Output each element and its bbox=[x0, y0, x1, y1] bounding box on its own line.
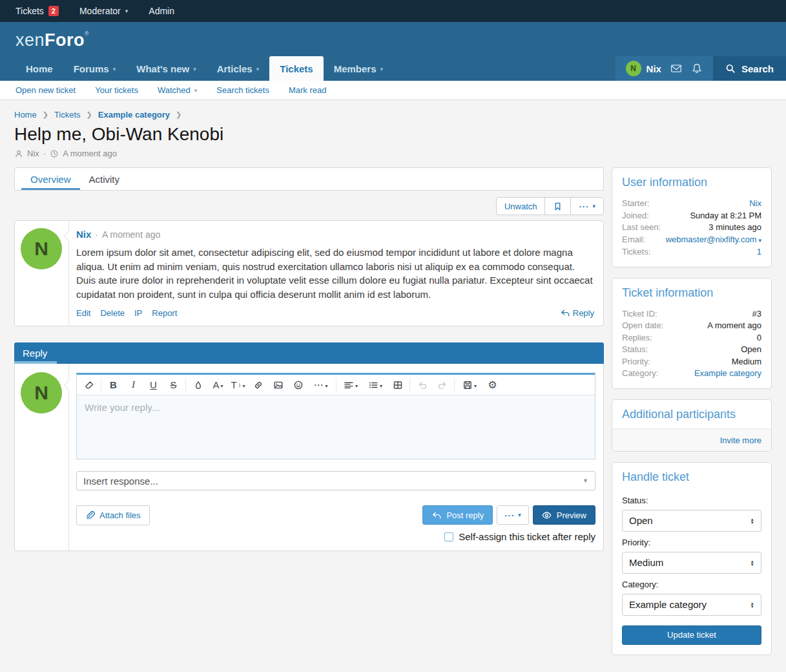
email-link[interactable]: webmaster@nixfifty.com▾ bbox=[666, 235, 761, 244]
self-assign-label: Self-assign this ticket after reply bbox=[459, 531, 595, 542]
reply-textarea[interactable]: Write your reply... bbox=[77, 395, 595, 459]
post-edit-link[interactable]: Edit bbox=[76, 308, 90, 318]
tab-activity[interactable]: Activity bbox=[80, 168, 129, 190]
dot-separator: · bbox=[95, 229, 98, 240]
subnav-mark-read[interactable]: Mark read bbox=[289, 85, 327, 95]
tickets-count-link[interactable]: 1 bbox=[757, 247, 761, 257]
subnav-watched[interactable]: Watched▾ bbox=[158, 85, 197, 95]
inbox-button[interactable] bbox=[670, 63, 682, 74]
starter-link[interactable]: Nix bbox=[749, 198, 761, 208]
insert-link-button[interactable] bbox=[248, 375, 268, 395]
avatar[interactable]: N bbox=[626, 61, 641, 76]
subnav-open-new-ticket[interactable]: Open new ticket bbox=[16, 85, 76, 95]
post-message: Lorem ipsum dolor sit amet, consectetur … bbox=[76, 246, 594, 301]
bold-button[interactable]: B bbox=[103, 375, 123, 395]
post-delete-link[interactable]: Delete bbox=[100, 308, 125, 318]
updown-arrow-icon: ↕ bbox=[238, 381, 242, 388]
caret-down-icon: ▾ bbox=[758, 237, 761, 244]
block-title: Handle ticket bbox=[612, 463, 771, 488]
insert-image-button[interactable] bbox=[268, 375, 288, 395]
person-icon bbox=[14, 149, 23, 158]
strikethrough-button[interactable]: S bbox=[163, 375, 183, 395]
avatar[interactable]: N bbox=[21, 228, 62, 269]
toolbar-moderator-label: Moderator bbox=[79, 6, 121, 16]
unwatch-button[interactable]: Unwatch bbox=[496, 197, 546, 215]
eraser-icon bbox=[84, 380, 94, 390]
breadcrumb-tickets[interactable]: Tickets bbox=[54, 110, 81, 120]
thread-timestamp: A moment ago bbox=[63, 149, 117, 158]
insert-table-button[interactable] bbox=[388, 375, 408, 395]
post-ip-link[interactable]: IP bbox=[134, 308, 142, 318]
undo-button[interactable] bbox=[412, 375, 432, 395]
logo-foro: Foro bbox=[45, 30, 85, 50]
italic-button[interactable]: I bbox=[123, 375, 143, 395]
participants-footer: Invite more bbox=[612, 428, 771, 451]
reply-more-button[interactable]: ··· ▾ bbox=[497, 505, 529, 525]
nav-members[interactable]: Members▾ bbox=[324, 56, 393, 81]
toolbar-moderator[interactable]: Moderator ▾ bbox=[79, 6, 128, 16]
nav-whats-new[interactable]: What's new▾ bbox=[126, 56, 206, 81]
subnav-your-tickets[interactable]: Your tickets bbox=[95, 85, 138, 95]
bell-icon bbox=[691, 63, 703, 74]
list-button[interactable]: ▾ bbox=[363, 375, 388, 395]
post-author-link[interactable]: Nix bbox=[76, 229, 91, 240]
smilies-button[interactable] bbox=[288, 375, 308, 395]
redo-button[interactable] bbox=[432, 375, 452, 395]
subnav-search-tickets[interactable]: Search tickets bbox=[216, 85, 269, 95]
text-color-button[interactable] bbox=[188, 375, 208, 395]
preview-button[interactable]: Preview bbox=[533, 505, 595, 525]
user-info-row: Last seen: 3 minutes ago bbox=[622, 222, 761, 234]
toolbar-admin-label: Admin bbox=[149, 6, 174, 16]
alignment-button[interactable]: ▾ bbox=[338, 375, 363, 395]
alerts-button[interactable] bbox=[691, 63, 703, 74]
reply-arrow-icon bbox=[560, 308, 570, 318]
post-timestamp[interactable]: A moment ago bbox=[102, 229, 160, 240]
breadcrumb-home[interactable]: Home bbox=[14, 110, 37, 120]
xenforo-logo[interactable]: xenForo® bbox=[16, 30, 786, 50]
post-body-cell: Nix · A moment ago Lorem ipsum dolor sit… bbox=[68, 221, 603, 326]
caret-down-icon: ▾ bbox=[193, 66, 196, 72]
font-size-button[interactable]: T↕▾ bbox=[228, 375, 248, 395]
remove-format-button[interactable] bbox=[79, 375, 99, 395]
username-link[interactable]: Nix bbox=[646, 63, 661, 74]
invite-more-link[interactable]: Invite more bbox=[720, 436, 761, 445]
clock-icon bbox=[50, 149, 59, 158]
thread-author[interactable]: Nix bbox=[27, 149, 39, 158]
ticket-first-post: N Nix · A moment ago Lorem ipsum dolor s… bbox=[14, 220, 604, 326]
drafts-button[interactable]: ▾ bbox=[457, 375, 482, 395]
search-button[interactable]: Search bbox=[713, 56, 786, 81]
status-select[interactable]: Open ▲▼ bbox=[622, 510, 761, 532]
category-link[interactable]: Example category bbox=[694, 368, 761, 378]
font-family-button[interactable]: A▾ bbox=[208, 375, 228, 395]
caret-down-icon: ▾ bbox=[355, 383, 358, 389]
nav-forums[interactable]: Forums▾ bbox=[63, 56, 127, 81]
droplet-icon bbox=[193, 380, 203, 390]
editor-settings-button[interactable]: ⚙ bbox=[482, 375, 502, 395]
nav-articles[interactable]: Articles▾ bbox=[207, 56, 270, 81]
nav-home[interactable]: Home bbox=[16, 56, 63, 81]
admin-toolbar: Tickets 2 Moderator ▾ Admin bbox=[0, 0, 786, 22]
thread-more-button[interactable]: ··· ▾ bbox=[570, 197, 604, 215]
ticket-info-row: Ticket ID: #3 bbox=[622, 308, 761, 320]
breadcrumb-category[interactable]: Example category bbox=[98, 110, 170, 120]
attach-files-button[interactable]: Attach files bbox=[76, 505, 150, 525]
toolbar-separator bbox=[185, 378, 186, 392]
tab-overview[interactable]: Overview bbox=[21, 168, 80, 190]
underline-button[interactable]: U bbox=[143, 375, 163, 395]
post-reply-link[interactable]: Reply bbox=[560, 308, 594, 318]
self-assign-checkbox[interactable] bbox=[444, 532, 453, 541]
post-report-link[interactable]: Report bbox=[152, 308, 177, 318]
post-reply-button[interactable]: Post reply bbox=[422, 505, 493, 525]
caret-down-icon: ▾ bbox=[221, 383, 223, 389]
category-select[interactable]: Example category ▲▼ bbox=[622, 594, 761, 616]
bookmark-button[interactable] bbox=[544, 197, 571, 215]
update-ticket-button[interactable]: Update ticket bbox=[622, 625, 761, 645]
toolbar-admin[interactable]: Admin bbox=[149, 6, 174, 16]
priority-select[interactable]: Medium ▲▼ bbox=[622, 552, 761, 574]
nav-tickets[interactable]: Tickets bbox=[269, 56, 323, 81]
caret-down-icon: ▾ bbox=[380, 383, 382, 389]
toolbar-tickets[interactable]: Tickets 2 bbox=[16, 6, 59, 16]
avatar[interactable]: N bbox=[21, 372, 62, 414]
editor-more-button[interactable]: ···▾ bbox=[308, 375, 334, 395]
insert-response-select[interactable]: Insert response... ▼ bbox=[76, 471, 595, 490]
